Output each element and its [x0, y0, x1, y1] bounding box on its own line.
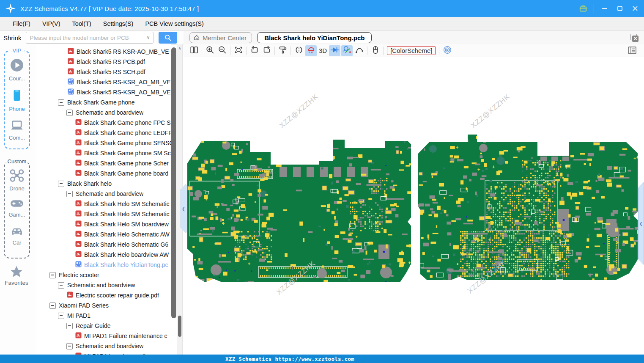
tree-item[interactable]: Black Shark Helo SM Schematic: [36, 199, 171, 209]
mirror-flip-button[interactable]: [293, 45, 304, 56]
tree-item[interactable]: Black Shark5 RS-KSR_AO_MB_VE P: [36, 77, 171, 87]
collapse-icon[interactable]: [49, 302, 56, 309]
sidebar-item-car[interactable]: Car: [10, 225, 24, 246]
tree-scrollbar-thumb[interactable]: [171, 47, 176, 318]
collapse-icon[interactable]: [66, 191, 73, 197]
menu-item-file[interactable]: File(F): [8, 19, 36, 29]
outer-scrollbar-thumb[interactable]: [178, 316, 181, 337]
collapse-icon[interactable]: [66, 323, 73, 329]
collapse-icon[interactable]: [66, 110, 73, 116]
lamp-view-button[interactable]: [305, 45, 317, 56]
diode-mode-button[interactable]: [329, 45, 340, 56]
tree-item[interactable]: MI PAD1 boardview.pdf: [36, 351, 171, 355]
split-view-button[interactable]: [188, 45, 200, 56]
tree-item[interactable]: Black Shark Helo Schematic G6: [36, 239, 171, 250]
tree-item[interactable]: Black Shark Helo SM boardview: [36, 219, 171, 229]
fit-view-button[interactable]: [233, 45, 244, 56]
zoom-out-icon: [218, 45, 227, 56]
tree-item[interactable]: Black Shark Helo boardview AW: [36, 250, 171, 260]
tree-item[interactable]: Black Shark5 RS-KSR_AO_MB_VE Y: [36, 87, 171, 97]
tree-item[interactable]: Black Shark helo YiDianTong.pc: [36, 260, 171, 270]
menu-item-pcb-view-settings[interactable]: PCB View settings(S): [140, 19, 208, 29]
tree-item[interactable]: Black Shark5 RS PCB.pdf: [36, 57, 171, 67]
sidebar-item-com[interactable]: Com...: [9, 119, 25, 141]
tree-node[interactable]: Schematic and boardview: [36, 189, 171, 199]
title-bar: XZZ Schematics V4.77 [ VIP Due date: 202…: [0, 0, 644, 17]
tree-node[interactable]: MI PAD1: [36, 311, 171, 321]
probe-zoom-button[interactable]: [341, 45, 353, 56]
3d-view-button[interactable]: 3D: [317, 47, 329, 54]
tree-item[interactable]: Black Shark Helo SM Schematic: [36, 209, 171, 219]
lamp-view-icon: [307, 45, 316, 56]
fit-view-icon: [234, 45, 243, 56]
collapse-icon[interactable]: [58, 181, 64, 187]
curve-tool-button[interactable]: [354, 45, 365, 56]
collapse-icon[interactable]: [58, 313, 64, 319]
search-input[interactable]: Please input the model number or PCB ∨: [26, 32, 153, 44]
collapse-icon[interactable]: [66, 343, 73, 349]
license-briefcase-icon[interactable]: [578, 4, 588, 13]
collapse-icon[interactable]: [58, 282, 64, 289]
close-button[interactable]: [630, 4, 640, 13]
tree-item[interactable]: Electric scooter repair guide.pdf: [36, 290, 171, 300]
shrink-button[interactable]: Shrink: [3, 34, 22, 41]
zoom-in-button[interactable]: [204, 45, 216, 56]
sidebar-item-phone[interactable]: Phone: [9, 88, 25, 112]
menu-item-tool[interactable]: Tool(T): [67, 19, 96, 29]
tree-node[interactable]: Black Shark Game phone: [36, 97, 171, 107]
tree-node[interactable]: Electric scooter: [36, 270, 171, 280]
maximize-button[interactable]: [615, 4, 625, 13]
pdf-file-icon: [75, 170, 84, 177]
tree-item[interactable]: MI PAD1 Failure maintenance c: [36, 331, 171, 341]
pdf-file-icon: [75, 139, 84, 147]
sidebar-item-drone[interactable]: Drone: [9, 169, 25, 192]
tree-item[interactable]: Black Shark Game phone board: [36, 168, 171, 179]
tree-item[interactable]: Black Shark Game phone Scher: [36, 158, 171, 168]
minimize-button[interactable]: [600, 4, 609, 13]
member-center-button[interactable]: Member Center: [189, 32, 252, 43]
sidebar-item-gam[interactable]: Gam...: [8, 198, 25, 218]
search-button[interactable]: [159, 32, 177, 44]
tree-node[interactable]: Black Shark helo: [36, 179, 171, 189]
collapse-icon[interactable]: [58, 99, 64, 106]
pcb-board-front[interactable]: [187, 140, 411, 282]
tree-item[interactable]: Black Shark Game phone SM Sc: [36, 148, 171, 158]
layer-rings-button[interactable]: [441, 45, 453, 56]
paint-roller-button[interactable]: [277, 45, 288, 56]
collapse-icon[interactable]: [49, 272, 56, 278]
tree-item[interactable]: Black Shark Game phone SENSO: [36, 138, 171, 148]
close-all-docs-icon[interactable]: ✕: [630, 34, 639, 42]
collapse-right-panel-handle[interactable]: ❮: [638, 181, 644, 266]
rotate-cw-button[interactable]: [261, 45, 272, 56]
tree-item[interactable]: Black Shark5 RS SCH.pdf: [36, 67, 171, 77]
tree-node[interactable]: Schematic and boardview: [36, 280, 171, 290]
toolbar-separator: [367, 47, 367, 55]
zoom-out-button[interactable]: [216, 45, 228, 56]
tree-node[interactable]: Schematic and boardview: [36, 341, 171, 351]
tree-item[interactable]: Black Shark Game phone LEDFF: [36, 128, 171, 138]
mouse-settings-button[interactable]: [370, 45, 381, 56]
menu-item-settings[interactable]: Settings(S): [98, 19, 139, 29]
scroll-up-icon[interactable]: ∧: [177, 46, 182, 50]
tree-node[interactable]: Xiaomi PAD Series: [36, 300, 171, 311]
sidebar-item-favorites[interactable]: Favorites: [0, 264, 33, 286]
tree-node[interactable]: Schematic and boardview: [36, 107, 171, 118]
sidebar-item-cour[interactable]: Cour...: [9, 58, 25, 82]
tab-active-pcb[interactable]: Black Shark helo YiDianTong.pcb: [257, 32, 372, 43]
color-scheme-button[interactable]: [ColorScheme]: [387, 46, 436, 55]
status-text: XZZ Schematics https://www.xzztools.com: [225, 356, 354, 362]
collapse-left-panel-handle[interactable]: ❮: [181, 183, 186, 234]
chevron-down-icon[interactable]: ∨: [146, 35, 150, 40]
tree-item[interactable]: Black Shark Helo Schematic AW: [36, 229, 171, 239]
pcb-canvas[interactable]: XZZ@XZZHK XZZ@XZZHK XZZ@XZZHK XZZ@XZZHK: [184, 57, 644, 355]
pcb-board-back[interactable]: [418, 135, 638, 280]
tree-item[interactable]: Black Shark5 RS KSR-AO_MB_VE M: [36, 47, 171, 57]
app-window: XZZ Schematics V4.77 [ VIP Due date: 202…: [0, 0, 644, 363]
rotate-ccw-icon: [250, 45, 259, 56]
rotate-ccw-button[interactable]: [249, 45, 260, 56]
menu-item-vip[interactable]: VIP(V): [37, 19, 66, 29]
tree-item[interactable]: Black Shark Game phone FPC S: [36, 118, 171, 128]
panel-toggle-button[interactable]: [626, 46, 638, 57]
vip-group: -VIP- Cour...PhoneCom...: [4, 50, 30, 149]
tree-node[interactable]: Repair Guide: [36, 321, 171, 331]
